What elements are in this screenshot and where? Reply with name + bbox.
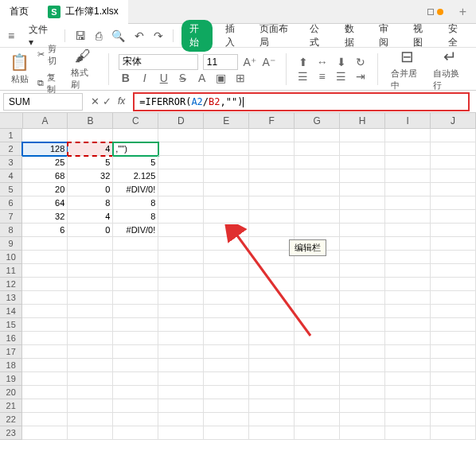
cell[interactable] (204, 237, 249, 251)
cell[interactable] (431, 264, 476, 278)
undo-icon[interactable]: ↶ (133, 29, 146, 42)
cell[interactable] (113, 386, 158, 399)
cell[interactable] (22, 291, 68, 305)
cell[interactable] (249, 169, 295, 183)
cell[interactable] (385, 251, 431, 264)
cell[interactable] (158, 291, 204, 305)
menu-insert[interactable]: 插入 (219, 21, 247, 51)
cell[interactable] (158, 386, 204, 399)
cell[interactable]: 8 (113, 210, 158, 224)
cell[interactable] (68, 237, 113, 251)
cell[interactable] (204, 142, 249, 156)
cell[interactable] (113, 278, 158, 291)
cell[interactable]: 128 (22, 142, 68, 156)
column-header[interactable]: H (340, 113, 385, 128)
cell[interactable] (385, 142, 431, 156)
cell[interactable] (385, 196, 431, 210)
cell[interactable] (249, 251, 295, 264)
cell[interactable] (113, 413, 158, 426)
cell[interactable] (431, 224, 476, 237)
cell[interactable] (22, 278, 68, 291)
cell[interactable] (340, 426, 385, 440)
cell[interactable]: #DIV/0! (113, 224, 158, 237)
cell[interactable] (204, 264, 249, 278)
cell[interactable] (158, 210, 204, 224)
cell[interactable] (295, 345, 340, 359)
cell[interactable] (385, 318, 431, 332)
cell[interactable] (385, 332, 431, 345)
cancel-formula-icon[interactable]: ✕ (91, 95, 99, 107)
row-header[interactable]: 5 (0, 183, 22, 196)
cell[interactable]: 64 (22, 196, 68, 210)
align-middle-icon[interactable]: ↔ (315, 56, 330, 68)
preview-icon[interactable]: 🔍 (110, 29, 127, 42)
cell[interactable] (158, 129, 204, 142)
cell[interactable] (295, 278, 340, 291)
cell[interactable] (204, 332, 249, 345)
cell[interactable] (22, 426, 68, 440)
cell[interactable] (68, 129, 113, 142)
cell[interactable] (431, 183, 476, 196)
cell[interactable] (204, 305, 249, 318)
cell[interactable] (340, 318, 385, 332)
cell[interactable] (204, 129, 249, 142)
cell[interactable] (249, 372, 295, 386)
row-header[interactable]: 9 (0, 237, 22, 251)
cell[interactable] (68, 345, 113, 359)
cell[interactable] (295, 264, 340, 278)
cell[interactable] (385, 278, 431, 291)
cell[interactable] (158, 224, 204, 237)
cell[interactable] (431, 372, 476, 386)
cell[interactable] (340, 142, 385, 156)
cut-button[interactable]: ✂剪切 (36, 41, 64, 68)
menu-icon[interactable]: ≡ (6, 29, 16, 42)
formula-input[interactable]: =IFERROR(A2/B2,"") (133, 92, 470, 111)
cell[interactable] (340, 129, 385, 142)
column-header[interactable]: A (23, 113, 68, 128)
redo-icon[interactable]: ↷ (152, 29, 165, 42)
cell[interactable] (340, 196, 385, 210)
select-all-corner[interactable] (0, 113, 23, 128)
cell[interactable] (340, 372, 385, 386)
cell[interactable] (113, 305, 158, 318)
cell[interactable] (22, 318, 68, 332)
cell[interactable] (68, 318, 113, 332)
cell[interactable] (340, 224, 385, 237)
cell[interactable] (431, 426, 476, 440)
menu-page-layout[interactable]: 页面布局 (253, 21, 297, 51)
cell[interactable] (340, 264, 385, 278)
cell[interactable] (249, 426, 295, 440)
cell[interactable] (204, 278, 249, 291)
cell[interactable] (158, 413, 204, 426)
cell[interactable] (385, 224, 431, 237)
align-left-icon[interactable]: ☰ (296, 70, 310, 83)
cell[interactable] (68, 372, 113, 386)
strike-button[interactable]: S̶ (176, 72, 190, 84)
cell[interactable]: 25 (22, 156, 68, 169)
row-header[interactable]: 6 (0, 196, 22, 210)
cell[interactable] (22, 372, 68, 386)
cell[interactable] (295, 196, 340, 210)
cell[interactable] (295, 129, 340, 142)
cell[interactable] (22, 359, 68, 372)
cell[interactable] (204, 210, 249, 224)
cell[interactable] (249, 413, 295, 426)
cell[interactable]: 5 (68, 156, 113, 169)
cell[interactable] (158, 278, 204, 291)
row-header[interactable]: 19 (0, 372, 22, 386)
cell[interactable] (249, 264, 295, 278)
cell[interactable] (204, 169, 249, 183)
cell[interactable] (249, 156, 295, 169)
cell[interactable] (113, 399, 158, 413)
cell[interactable] (295, 169, 340, 183)
row-header[interactable]: 8 (0, 224, 22, 237)
cell[interactable] (431, 332, 476, 345)
cell[interactable] (340, 386, 385, 399)
menu-formula[interactable]: 公式 (303, 21, 331, 51)
cell[interactable] (340, 359, 385, 372)
tab-workbook[interactable]: S 工作簿1.xlsx (38, 0, 128, 24)
cell[interactable] (431, 318, 476, 332)
column-header[interactable]: E (204, 113, 249, 128)
cell[interactable] (249, 196, 295, 210)
cell[interactable] (249, 332, 295, 345)
